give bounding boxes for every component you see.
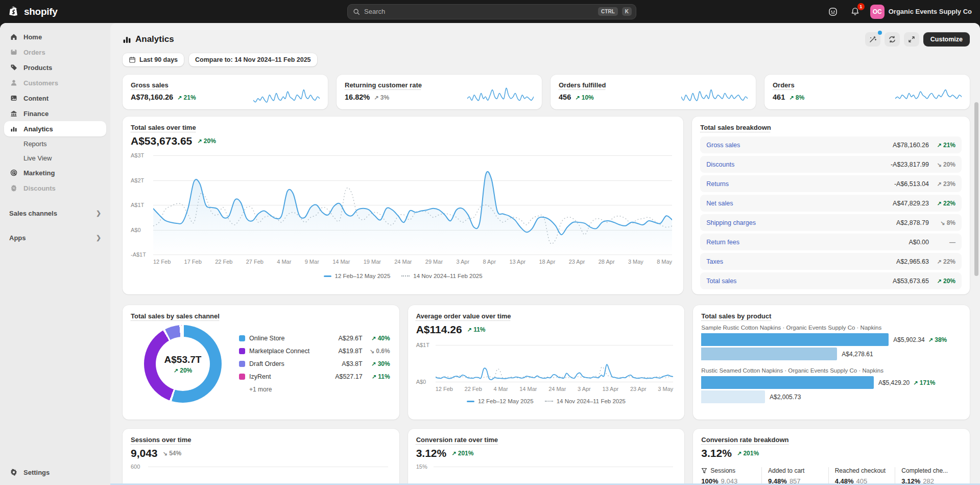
- sidebar-item-live-view[interactable]: Live View: [4, 151, 106, 165]
- sidebar-item-discounts[interactable]: Discounts: [4, 180, 106, 196]
- shopify-logo[interactable]: shopify: [8, 6, 57, 18]
- breakdown-link[interactable]: Taxes: [706, 258, 723, 265]
- channel-legend-item: Marketplace ConnectA$19.8T↘ 0.6%: [239, 348, 390, 355]
- notifications-button[interactable]: 1: [848, 4, 863, 19]
- analytics-icon: [9, 124, 18, 133]
- date-range-button[interactable]: Last 90 days: [123, 53, 184, 66]
- account-menu[interactable]: OC Organic Events Supply Co: [870, 5, 972, 19]
- metric-value: A$78,160.26: [131, 93, 173, 101]
- conversion-breakdown-panel: Conversion rate breakdown 3.12% ↗ 201% S…: [693, 429, 970, 485]
- total-sales-delta: ↗ 20%: [197, 137, 216, 145]
- conversion-breakdown-value: 3.12%: [701, 447, 732, 459]
- x-axis-labels: 12 Feb17 Feb22 Feb27 Feb4 Mar9 Mar14 Mar…: [153, 259, 672, 265]
- discounts-icon: [9, 183, 18, 193]
- total-sales-chart: A$3T A$2T A$1T A$0 -A$1T: [153, 155, 672, 255]
- product-group: Sample Rustic Cotton Napkins · Organic E…: [701, 325, 962, 360]
- compare-to-button[interactable]: Compare to: 14 Nov 2024–11 Feb 2025: [189, 53, 317, 66]
- customers-icon: [9, 78, 18, 87]
- date-range-label: Last 90 days: [139, 56, 178, 63]
- aov-delta: ↗ 11%: [467, 326, 486, 333]
- avatar: OC: [870, 5, 885, 19]
- sidebar-item-reports[interactable]: Reports: [4, 136, 106, 151]
- sidebar-item-label: Reports: [23, 140, 47, 148]
- sparkline-chart: [681, 86, 748, 104]
- breakdown-link[interactable]: Shipping charges: [706, 219, 756, 226]
- chart-legend: 12 Feb–12 May 2025 14 Nov 2024–11 Feb 20…: [131, 273, 675, 279]
- product-name: Rustic Seamed Cotton Napkins · Organic E…: [701, 367, 962, 374]
- sidebar-item-customers[interactable]: Customers: [4, 75, 106, 90]
- metric-value: 461: [773, 93, 785, 101]
- refresh-button[interactable]: [885, 32, 900, 47]
- panel-title[interactable]: Total sales by product: [701, 312, 771, 320]
- funnel-step: Completed che... 3.12%282: [895, 467, 962, 485]
- sidebar-item-settings[interactable]: Settings: [4, 465, 106, 480]
- product-group: Rustic Seamed Cotton Napkins · Organic E…: [701, 367, 962, 403]
- sidebar-item-products[interactable]: Products: [4, 60, 106, 75]
- legend-swatch: [239, 361, 245, 367]
- metric-title[interactable]: Orders: [773, 81, 795, 89]
- sessions-over-time-panel: Sessions over time 9,043 ↘ 54% 600: [123, 429, 399, 485]
- metric-delta: ↗ 10%: [575, 94, 594, 101]
- sidebar-item-home[interactable]: Home: [4, 29, 106, 44]
- breakdown-row: Gross salesA$78,160.26↗ 21%: [700, 136, 962, 153]
- bar-chart-icon: [123, 35, 131, 44]
- scrollbar[interactable]: [974, 102, 978, 276]
- panel-title[interactable]: Conversion rate breakdown: [701, 436, 788, 444]
- previous-period-bar: [701, 348, 837, 360]
- panel-title[interactable]: Total sales by sales channel: [131, 312, 220, 320]
- sidebar-section-apps[interactable]: Apps ❯: [4, 230, 106, 245]
- section-label: Apps: [9, 234, 26, 242]
- sparkline-chart: [467, 86, 534, 104]
- metric-title[interactable]: Returning customer rate: [345, 81, 422, 89]
- magic-insights-icon: [869, 35, 877, 43]
- current-period-bar: [701, 333, 889, 346]
- sidebar-item-analytics[interactable]: Analytics: [4, 121, 106, 136]
- sidebar-item-marketing[interactable]: Marketing: [4, 165, 106, 180]
- conversion-chart: 15%: [434, 467, 674, 467]
- metric-title[interactable]: Gross sales: [131, 81, 169, 89]
- total-sales-value: A$53,673.65: [131, 135, 192, 147]
- breakdown-link[interactable]: Gross sales: [706, 142, 740, 149]
- total-sales-breakdown-panel: Total sales breakdown Gross salesA$78,16…: [692, 117, 970, 294]
- panel-title[interactable]: Total sales breakdown: [700, 124, 771, 131]
- panel-title[interactable]: Sessions over time: [131, 436, 192, 444]
- sidebar-item-label: Products: [23, 64, 52, 72]
- sidebar-item-label: Content: [23, 95, 49, 102]
- breakdown-link[interactable]: Net sales: [706, 200, 733, 207]
- sidekick-icon: [828, 7, 838, 17]
- fullscreen-button[interactable]: [904, 32, 919, 47]
- insights-button[interactable]: [865, 32, 880, 47]
- search-input[interactable]: Search CTRL K: [347, 4, 636, 19]
- more-channels-link[interactable]: +1 more: [249, 386, 390, 393]
- calendar-icon: [129, 56, 136, 63]
- funnel-icon: [701, 468, 707, 474]
- breakdown-link[interactable]: Returns: [706, 180, 729, 188]
- sidebar-section-sales-channels[interactable]: Sales channels ❯: [4, 206, 106, 220]
- panel-title[interactable]: Conversion rate over time: [416, 436, 498, 444]
- sidekick-button[interactable]: [825, 4, 841, 19]
- metric-card-gross-sales: Gross sales A$78,160.26 ↗ 21%: [123, 75, 328, 109]
- section-label: Sales channels: [9, 210, 57, 217]
- breakdown-row: Total salesA$53,673.65↗ 20%: [700, 272, 962, 289]
- refresh-icon: [888, 35, 896, 43]
- products-icon: [9, 63, 18, 72]
- legend-swatch: [239, 348, 245, 354]
- shopify-bag-icon: [8, 6, 20, 18]
- sidebar-item-label: Analytics: [23, 125, 53, 133]
- conversion-funnel: Sessions 100%9,043 Added to cart 9.48%85…: [701, 467, 962, 485]
- sidebar-item-content[interactable]: Content: [4, 90, 106, 106]
- sidebar-item-orders[interactable]: Orders: [4, 44, 106, 60]
- panel-title[interactable]: Total sales over time: [131, 124, 196, 131]
- breakdown-link[interactable]: Total sales: [706, 278, 736, 285]
- panel-title[interactable]: Average order value over time: [416, 312, 511, 320]
- sessions-chart: 600: [148, 467, 388, 467]
- metric-title[interactable]: Orders fulfilled: [559, 81, 606, 89]
- breakdown-link[interactable]: Discounts: [706, 161, 734, 168]
- customize-button[interactable]: Customize: [923, 32, 970, 47]
- sidebar-item-finance[interactable]: Finance: [4, 106, 106, 121]
- breakdown-link[interactable]: Return fees: [706, 239, 739, 246]
- sessions-delta: ↘ 54%: [163, 450, 182, 457]
- product-name: Sample Rustic Cotton Napkins · Organic E…: [701, 325, 962, 331]
- sidebar: Home Orders Products Customers Content F…: [0, 23, 110, 485]
- breakdown-row: TaxesA$2,965.63↗ 22%: [700, 253, 962, 270]
